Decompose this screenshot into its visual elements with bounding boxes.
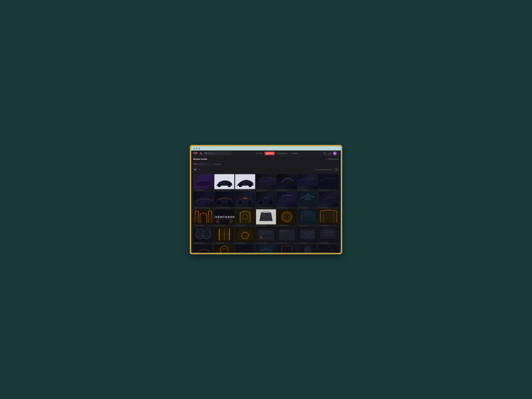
nav-item-desk[interactable]: ⊞ Desk: [255, 152, 264, 155]
list-item[interactable]: DSC01524-Bearbeitet.jpg: [256, 192, 276, 209]
dot-close: [193, 148, 195, 149]
list-item[interactable]: DSC01571.jpg: [318, 245, 339, 253]
list-item[interactable]: DSC01522-Bearbeitet.jpg: [193, 192, 214, 209]
list-item[interactable]: DSC01515.jpg: [298, 174, 318, 191]
list-item[interactable]: DSC01553.jpg: [256, 227, 276, 244]
svg-rect-70: [303, 236, 313, 238]
svg-point-13: [197, 202, 199, 203]
list-item[interactable]: DSC01541.jpg: [298, 209, 318, 226]
grid-row-5: DSC01565.jpg DSC01566.jpg: [193, 245, 339, 253]
svg-point-17: [238, 201, 242, 204]
search-icon: 🔍: [205, 152, 207, 154]
list-item[interactable]: DSC01540.jpg: [256, 209, 276, 226]
browser-chrome: [191, 146, 341, 151]
svg-point-15: [217, 201, 221, 205]
svg-point-9: [291, 181, 292, 182]
list-item[interactable]: DSC01542.jpg: [277, 209, 297, 226]
list-item[interactable]: DSC01518.jpg: [318, 174, 339, 191]
list-item[interactable]: DSC01570.jpg: [298, 245, 318, 253]
filter-icon-button[interactable]: ✎: [335, 168, 339, 171]
list-item[interactable]: DSC01554.jpg: [298, 227, 318, 244]
media-icon: ▦: [266, 152, 268, 154]
svg-rect-75: [237, 245, 253, 253]
svg-point-20: [259, 201, 262, 204]
global-search-input[interactable]: [208, 152, 226, 154]
dot-min: [196, 148, 197, 149]
list-item[interactable]: DSC01565.jpg: [193, 245, 214, 253]
svg-point-21: [269, 201, 273, 204]
list-item[interactable]: DSC01569.jpg: [277, 245, 297, 253]
nav-item-vision[interactable]: 👁 Vision: [289, 152, 299, 155]
edit-icon[interactable]: ✏️: [200, 152, 202, 154]
logo: ΠΠP: [193, 152, 198, 155]
desk-icon: ⊞: [257, 152, 258, 154]
avatar[interactable]: DS: [333, 152, 337, 155]
notification-button[interactable]: ◎: [328, 152, 332, 155]
grid-view-button[interactable]: ⊞: [193, 168, 197, 171]
svg-point-16: [228, 201, 232, 204]
list-item[interactable]: DSC01552.jpg: [277, 227, 297, 244]
upload-assets-button[interactable]: ⬆ Upload assets: [326, 158, 339, 160]
sort-button[interactable]: ↕ Last created: Newest first ▾: [314, 169, 334, 171]
list-item[interactable]: DSC01549.jpg: [235, 227, 255, 244]
settings-button[interactable]: ⚙: [323, 152, 327, 155]
asset-grid: DSC01508.jpg DSC01500-Bearbeitet.jpg: [191, 172, 341, 253]
list-item[interactable]: DSC01533.jpg: [318, 192, 339, 209]
sort-controls: ↕ Last created: Newest first ▾ ✎: [314, 168, 339, 171]
page-title: Browse Assets: [193, 158, 207, 160]
nav-item-dashboard[interactable]: ⊟ Dashboard: [275, 152, 289, 155]
list-item[interactable]: AVENTADOR DSC01531.jpg: [214, 209, 234, 226]
list-item[interactable]: DSC01523-Bearbeitet.jpg: [214, 192, 234, 209]
list-item[interactable]: DSC01537.jpg: [193, 209, 214, 226]
list-item[interactable]: DSC01528.jpg: [277, 192, 297, 209]
filter-search-bar[interactable]: 🔍: [193, 163, 211, 165]
list-item[interactable]: DSC01564.jpg: [318, 227, 339, 244]
svg-rect-76: [260, 246, 272, 253]
toolbar: ⊞ ☰ ↕ Last created: Newest first ▾ ✎: [191, 167, 341, 172]
list-item[interactable]: DSC01513.jpg: [277, 174, 297, 191]
plus-circle-icon: ⊕: [213, 163, 214, 165]
svg-point-48: [203, 230, 211, 239]
svg-point-8: [281, 181, 282, 182]
svg-rect-24: [304, 195, 311, 200]
list-item[interactable]: DSC01567.jpg: [235, 245, 255, 253]
filter-search-input[interactable]: [197, 163, 209, 165]
list-item[interactable]: DSC01526-Bearbeitet.jpg: [235, 192, 255, 209]
sort-chevron: ▾: [333, 169, 334, 171]
list-item[interactable]: DSC01546.jpg: [318, 209, 339, 226]
svg-rect-27: [208, 215, 212, 222]
list-item[interactable]: DSC01529.jpg: [298, 192, 318, 209]
grid-row-1: DSC01508.jpg DSC01500-Bearbeitet.jpg: [193, 174, 339, 191]
svg-point-2: [218, 184, 221, 187]
list-item[interactable]: DSC01539.jpg: [235, 209, 255, 226]
filter-bar: 🔍 ⊕ Add filter: [191, 162, 341, 167]
list-item[interactable]: DSC01511.jpg: [256, 174, 276, 191]
avatar-chevron: ▾: [338, 153, 339, 154]
list-view-button[interactable]: ☰: [197, 168, 201, 171]
svg-point-18: [248, 201, 252, 204]
svg-point-3: [228, 184, 231, 187]
logo-icon: ΠΠP: [193, 152, 198, 155]
svg-point-74: [220, 246, 228, 253]
list-item[interactable]: DSC01568.jpg: [256, 245, 276, 253]
sort-icon: ↕: [314, 169, 315, 171]
list-item[interactable]: DSC01548.jpg: [214, 227, 234, 244]
svg-point-30: [216, 220, 219, 223]
list-item[interactable]: DSC01544.jpg: [193, 227, 214, 244]
add-filter-button[interactable]: ⊕ Add filter: [213, 163, 221, 165]
svg-point-31: [230, 220, 232, 223]
svg-rect-19: [243, 197, 247, 199]
nav-item-media[interactable]: ▦ Media: [265, 152, 275, 155]
svg-text:AVENTADOR: AVENTADOR: [214, 215, 234, 219]
svg-rect-56: [259, 230, 265, 234]
svg-rect-49: [195, 228, 212, 231]
list-item[interactable]: DSC01501-Bearbeitet.jpg: [235, 174, 255, 191]
view-toggles: ⊞ ☰: [193, 168, 201, 171]
browser-dots: [193, 148, 339, 151]
list-item[interactable]: DSC01500-Bearbeitet.jpg: [214, 174, 234, 191]
svg-rect-10: [306, 178, 311, 182]
list-item[interactable]: DSC01566.jpg: [214, 245, 234, 253]
list-item[interactable]: DSC01508.jpg: [193, 174, 214, 191]
global-search-bar[interactable]: 🔍: [204, 152, 232, 155]
svg-rect-72: [324, 230, 334, 234]
